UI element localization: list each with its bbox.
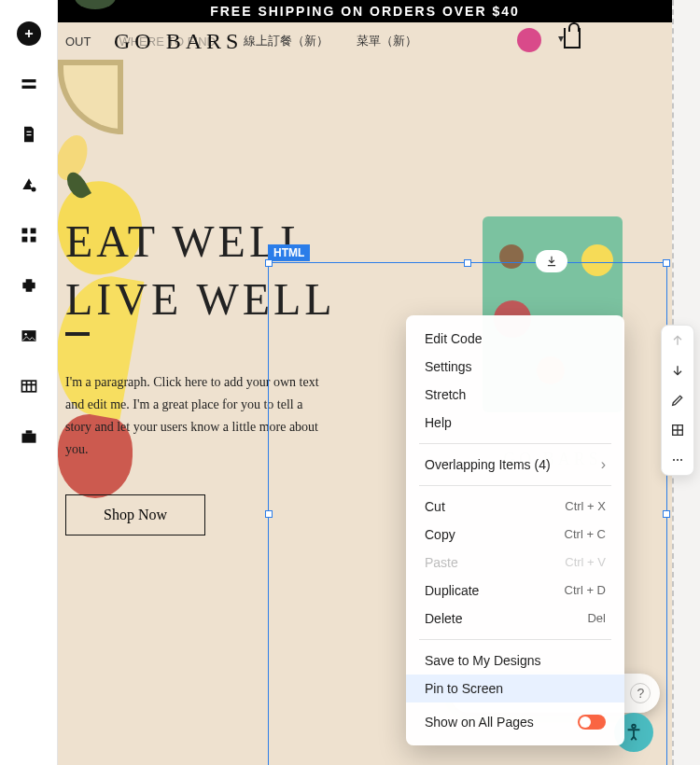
more-button[interactable] [662,445,693,475]
briefcase-icon [20,427,38,446]
svg-rect-13 [25,430,32,433]
melon-decoration [58,60,123,134]
media-button[interactable] [12,319,46,353]
menu-delete[interactable]: DeleteDel [406,605,624,633]
menu-pin-to-screen[interactable]: Pin to Screen [406,675,624,702]
menu-paste: PasteCtrl + V [406,549,624,577]
person-icon [623,722,644,743]
brand-logo: GO BARS [114,22,243,60]
menu-stretch[interactable]: Stretch [406,381,624,409]
svg-rect-1 [21,86,35,89]
context-menu: Edit Code Settings Stretch Help Overlapp… [406,315,624,745]
table-icon [20,377,38,396]
add-element-button[interactable] [12,17,46,50]
svg-rect-2 [26,132,31,132]
chevron-right-icon: › [601,455,606,474]
nav-order[interactable]: 線上訂餐（新） [244,33,329,49]
addons-button[interactable] [12,269,46,302]
resize-handle-tl[interactable] [265,259,273,267]
svg-rect-11 [21,381,35,392]
cart-icon[interactable] [564,28,581,49]
svg-point-10 [24,333,27,336]
resize-handle-tm[interactable] [464,259,471,267]
selection-type-label: HTML [268,244,310,261]
resize-handle-ml[interactable] [265,510,273,518]
menu-copy[interactable]: CopyCtrl + C [406,521,624,549]
more-icon [670,452,685,467]
svg-rect-7 [21,237,27,243]
menu-settings[interactable]: Settings [406,353,624,381]
svg-point-15 [632,725,636,729]
puzzle-icon [20,276,38,295]
right-floating-toolbar [661,325,694,476]
move-down-button[interactable] [662,355,693,385]
show-all-pages-toggle[interactable] [578,715,606,730]
nav-about[interactable]: OUT [65,35,91,49]
user-avatar[interactable] [517,28,541,52]
arrow-down-icon [670,363,685,378]
data-button[interactable] [12,369,46,403]
help-icon[interactable]: ? [630,683,651,703]
business-button[interactable] [12,420,46,453]
svg-rect-5 [21,229,27,234]
menu-separator [419,485,611,486]
nav-menu[interactable]: 菜單（新） [357,33,417,49]
site-header: OUT WHERE TO FIND 線上訂餐（新） 菜單（新） GO BARS [58,22,672,60]
menu-separator [419,443,611,444]
layout-icon [670,423,685,438]
svg-point-17 [673,459,675,461]
menu-separator [419,639,611,640]
shop-now-button[interactable]: Shop Now [65,494,205,536]
svg-rect-8 [30,237,35,243]
svg-rect-3 [26,134,31,135]
menu-show-on-all-pages[interactable]: Show on All Pages [406,708,624,736]
theme-icon [20,175,38,194]
promo-banner: FREE SHIPPING ON ORDERS OVER $40 [58,0,672,22]
grid-icon [20,226,38,244]
page-icon [20,125,38,144]
menu-help[interactable]: Help [406,409,624,437]
svg-point-19 [680,459,682,461]
resize-handle-mr[interactable] [663,510,670,518]
menu-save-to-designs[interactable]: Save to My Designs [406,647,624,675]
download-badge[interactable] [536,250,567,272]
section-icon [20,75,38,93]
menu-duplicate[interactable]: DuplicateCtrl + D [406,577,624,605]
arrow-up-icon [670,333,685,348]
move-up-button[interactable] [662,326,693,355]
svg-point-18 [677,459,679,461]
menu-edit-code[interactable]: Edit Code [406,325,624,353]
download-icon [545,255,558,268]
hero-divider [65,332,90,336]
theme-button[interactable] [12,168,46,202]
sections-button[interactable] [12,67,46,101]
pages-button[interactable] [12,118,46,151]
editor-canvas: FREE SHIPPING ON ORDERS OVER $40 OUT WHE… [58,0,700,765]
plus-icon [17,21,41,46]
svg-point-4 [31,188,35,192]
layout-button[interactable] [662,415,693,445]
svg-rect-0 [21,79,35,82]
editor-left-sidebar [0,0,58,765]
apps-button[interactable] [12,218,46,252]
svg-rect-12 [21,434,35,443]
edit-button[interactable] [662,385,693,415]
menu-overlapping[interactable]: Overlapping Items (4)› [406,451,624,479]
svg-rect-6 [30,229,35,234]
menu-cut[interactable]: CutCtrl + X [406,493,624,521]
pencil-icon [670,393,685,408]
image-icon [20,327,38,345]
resize-handle-tr[interactable] [663,259,670,267]
